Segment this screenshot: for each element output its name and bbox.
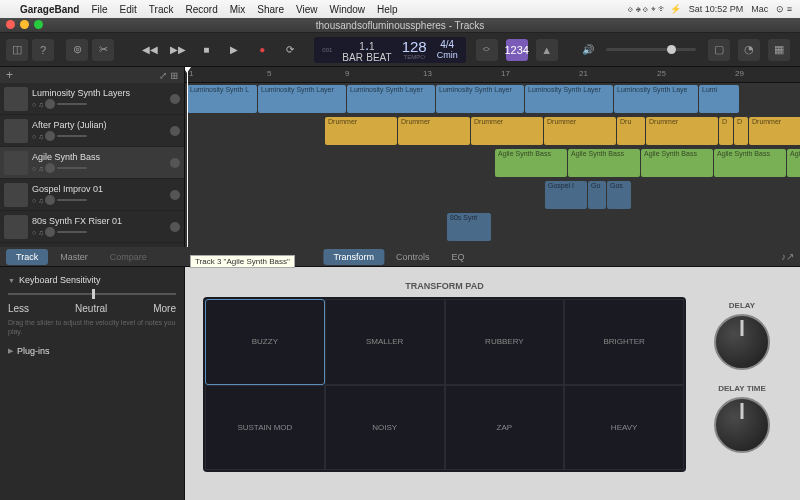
forward-button[interactable]: ▶▶	[166, 40, 190, 60]
plugins-header[interactable]: Plug-ins	[8, 346, 176, 356]
delay-time-knob[interactable]	[714, 397, 770, 453]
region[interactable]: Drummer	[646, 117, 718, 145]
menu-mix[interactable]: Mix	[230, 4, 246, 15]
volume-slider[interactable]	[57, 167, 87, 169]
clock[interactable]: Sat 10:52 PM	[689, 4, 744, 14]
track-row[interactable]: Agile Synth Bass○♫	[0, 147, 184, 179]
cycle-button[interactable]: ⟳	[278, 40, 302, 60]
close-window-button[interactable]	[6, 20, 15, 29]
menu-share[interactable]: Share	[257, 4, 284, 15]
stop-button[interactable]: ■	[194, 40, 218, 60]
transform-pad-grid[interactable]: BUZZYSMALLERRUBBERYBRIGHTERSUSTAIN MODNO…	[203, 297, 686, 472]
region[interactable]: Agile Synth Bass	[787, 149, 800, 177]
pad-heavy[interactable]: HEAVY	[564, 385, 684, 471]
track-row[interactable]: After Party (Julian)○♫	[0, 115, 184, 147]
pan-knob[interactable]	[45, 195, 55, 205]
region[interactable]: 80s Synt	[447, 213, 491, 241]
lcd-display[interactable]: 001 1.1BAR BEAT 128TEMPO 4/4Cmin	[314, 37, 465, 63]
subtab-eq[interactable]: EQ	[442, 249, 475, 265]
region[interactable]: D	[719, 117, 733, 145]
smart-controls-button[interactable]: ⊚	[66, 39, 88, 61]
record-button[interactable]: ●	[250, 40, 274, 60]
menu-edit[interactable]: Edit	[120, 4, 137, 15]
arpeggiator-icon[interactable]: ♪↗	[781, 251, 794, 262]
menu-view[interactable]: View	[296, 4, 318, 15]
pad-brighter[interactable]: BRIGHTER	[564, 299, 684, 385]
track-knob[interactable]	[170, 222, 180, 232]
region[interactable]: Luminosity Synth Layer	[347, 85, 435, 113]
volume-slider[interactable]	[57, 231, 87, 233]
region[interactable]: Drummer	[325, 117, 397, 145]
track-knob[interactable]	[170, 190, 180, 200]
compare-button[interactable]: Compare	[100, 249, 157, 265]
region[interactable]: Agile Synth Bass	[568, 149, 640, 177]
tuner-button[interactable]: ⌔	[476, 39, 498, 61]
delay-knob[interactable]	[714, 314, 770, 370]
loop-browser-button[interactable]: ◔	[738, 39, 760, 61]
region[interactable]: Lumi	[699, 85, 739, 113]
pan-knob[interactable]	[45, 131, 55, 141]
library-button[interactable]: ◫	[6, 39, 28, 61]
region[interactable]: Dru	[617, 117, 645, 145]
pad-noisy[interactable]: NOISY	[325, 385, 445, 471]
track-knob[interactable]	[170, 158, 180, 168]
pad-smaller[interactable]: SMALLER	[325, 299, 445, 385]
region[interactable]: Luminosity Synth Layer	[525, 85, 613, 113]
mute-button[interactable]: ○	[32, 229, 36, 236]
add-track-button[interactable]: +	[6, 68, 13, 82]
volume-slider[interactable]	[57, 199, 87, 201]
menu-window[interactable]: Window	[329, 4, 365, 15]
menu-help[interactable]: Help	[377, 4, 398, 15]
menu-record[interactable]: Record	[185, 4, 217, 15]
solo-button[interactable]: ♫	[38, 197, 43, 204]
media-browser-button[interactable]: ▦	[768, 39, 790, 61]
app-menu[interactable]: GarageBand	[20, 4, 79, 15]
mute-button[interactable]: ○	[32, 197, 36, 204]
region[interactable]: Gos	[607, 181, 631, 209]
mute-button[interactable]: ○	[32, 133, 36, 140]
region[interactable]: Drummer	[749, 117, 800, 145]
solo-button[interactable]: ♫	[38, 165, 43, 172]
track-header-tools[interactable]: ⤢ ⊞	[159, 70, 178, 81]
track-row[interactable]: Gospel Improv 01○♫	[0, 179, 184, 211]
pan-knob[interactable]	[45, 163, 55, 173]
status-icons[interactable]: ⊙ ⊕ ⊙ ◈ ᯤ ⚡	[628, 4, 681, 14]
region[interactable]: Agile Synth Bass	[641, 149, 713, 177]
subtab-transform[interactable]: Transform	[323, 249, 384, 265]
region[interactable]: Agile Synth Bass	[714, 149, 786, 177]
playhead[interactable]	[187, 67, 188, 247]
region[interactable]: Luminosity Synth Layer	[436, 85, 524, 113]
user-name[interactable]: Mac	[751, 4, 768, 14]
solo-button[interactable]: ♫	[38, 133, 43, 140]
solo-button[interactable]: ♫	[38, 229, 43, 236]
region[interactable]: Gospel I	[545, 181, 587, 209]
master-volume-slider[interactable]	[606, 48, 696, 51]
zoom-window-button[interactable]	[34, 20, 43, 29]
region[interactable]: Drummer	[471, 117, 543, 145]
volume-slider[interactable]	[57, 135, 87, 137]
pad-zap[interactable]: ZAP	[445, 385, 565, 471]
pad-buzzy[interactable]: BUZZY	[205, 299, 325, 385]
metronome-button[interactable]: ▲	[536, 39, 558, 61]
region[interactable]: Luminosity Synth Laye	[614, 85, 698, 113]
volume-slider[interactable]	[57, 103, 87, 105]
solo-button[interactable]: ♫	[38, 101, 43, 108]
track-knob[interactable]	[170, 126, 180, 136]
tab-master[interactable]: Master	[50, 249, 98, 265]
minimize-window-button[interactable]	[20, 20, 29, 29]
region[interactable]: Luminosity Synth Layer	[258, 85, 346, 113]
arrange-area[interactable]: 1591317212529 Luminosity Synth LLuminosi…	[185, 67, 800, 247]
pan-knob[interactable]	[45, 227, 55, 237]
menu-track[interactable]: Track	[149, 4, 174, 15]
track-knob[interactable]	[170, 94, 180, 104]
region[interactable]: Luminosity Synth L	[187, 85, 257, 113]
menu-file[interactable]: File	[91, 4, 107, 15]
count-in-button[interactable]: 1234	[506, 39, 528, 61]
pan-knob[interactable]	[45, 99, 55, 109]
track-row[interactable]: 80s Synth FX Riser 01○♫	[0, 211, 184, 243]
keyboard-sensitivity-header[interactable]: Keyboard Sensitivity	[8, 275, 176, 285]
subtab-controls[interactable]: Controls	[386, 249, 440, 265]
spotlight-icon[interactable]: ⊙ ≡	[776, 4, 792, 14]
region[interactable]: Agile Synth Bass	[495, 149, 567, 177]
track-row[interactable]: Luminosity Synth Layers○♫	[0, 83, 184, 115]
